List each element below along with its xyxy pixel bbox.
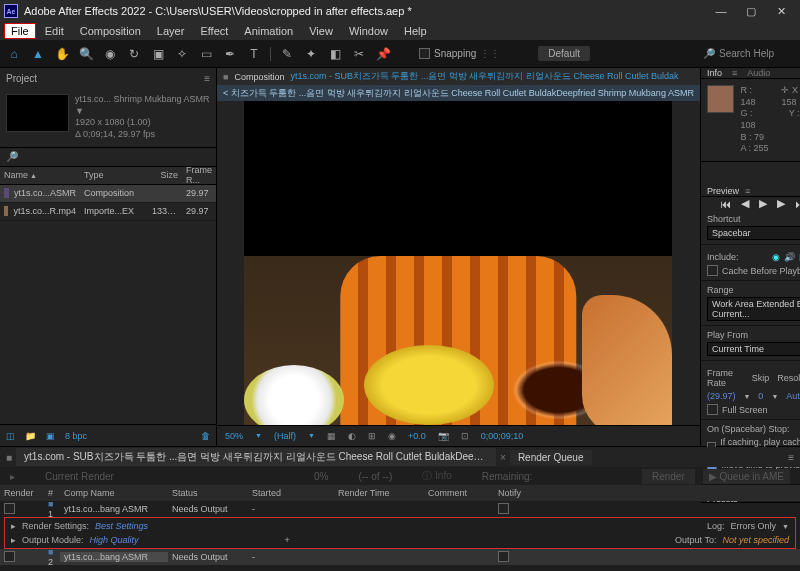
puppet-tool-icon[interactable]: 📌 [375, 46, 391, 62]
col-started[interactable]: Started [248, 488, 334, 498]
composition-viewport[interactable] [217, 101, 700, 425]
close-button[interactable]: ✕ [766, 2, 796, 20]
range-dropdown[interactable]: Work Area Extended By Current...▼ [707, 297, 800, 321]
notify-checkbox[interactable] [498, 551, 509, 562]
audio-include-icon[interactable]: 🔊 [784, 252, 795, 262]
menu-animation[interactable]: Animation [237, 23, 300, 39]
mask-icon[interactable]: ◐ [348, 431, 356, 441]
menu-file[interactable]: File [4, 23, 36, 39]
region-icon[interactable]: ⊡ [461, 431, 469, 441]
composition-thumbnail[interactable] [6, 94, 69, 132]
camera-tool-icon[interactable]: ▣ [150, 46, 166, 62]
fullscreen-checkbox[interactable] [707, 404, 718, 415]
col-type-header[interactable]: Type [80, 170, 148, 180]
prev-frame-icon[interactable]: ◀ [741, 197, 749, 210]
snapping-checkbox[interactable] [419, 48, 430, 59]
search-help-input[interactable]: Search Help [719, 48, 774, 59]
menu-composition[interactable]: Composition [73, 23, 148, 39]
cache-checkbox[interactable] [707, 265, 718, 276]
project-item-row[interactable]: yt1s.co...R.mp4 Importe...EX 133 MB 29.9… [0, 203, 216, 221]
zoom-dropdown[interactable]: 50% [225, 431, 243, 441]
render-queue-item[interactable]: ■ 2 yt1s.co...bang ASMR Needs Output - [0, 549, 800, 565]
menu-layer[interactable]: Layer [150, 23, 192, 39]
panel-menu-icon[interactable]: ≡ [788, 452, 794, 463]
text-tool-icon[interactable]: T [246, 46, 262, 62]
composition-tab[interactable]: yt1s.com - SUB치즈가득 두툼한 ...음면 먹방 새우튀김까지 리… [290, 70, 678, 83]
video-include-icon[interactable]: ◉ [772, 252, 780, 262]
resolution-dropdown[interactable]: Auto [786, 391, 800, 401]
col-status[interactable]: Status [168, 488, 248, 498]
trash-icon[interactable]: 🗑 [201, 431, 210, 441]
hand-tool-icon[interactable]: ✋ [54, 46, 70, 62]
exposure-value[interactable]: +0.0 [408, 431, 426, 441]
col-rendertime[interactable]: Render Time [334, 488, 424, 498]
anchor-tool-icon[interactable]: ✧ [174, 46, 190, 62]
output-to-link[interactable]: Not yet specified [722, 535, 789, 545]
shortcut-dropdown[interactable]: Spacebar▼ ⚙ [707, 226, 800, 240]
brush-tool-icon[interactable]: ✎ [279, 46, 295, 62]
timeline-comp-tab[interactable]: yt1s.com - SUB치즈가득 두툼한 ...음면 먹방 새우튀김까지 리… [16, 448, 496, 466]
project-search-input[interactable] [18, 149, 210, 164]
resolution-dropdown[interactable]: (Half) [274, 431, 296, 441]
orbit-tool-icon[interactable]: ◉ [102, 46, 118, 62]
render-settings-link[interactable]: Best Settings [95, 521, 148, 531]
composition-breadcrumb[interactable]: < 치즈가득 두툼한 ...음면 먹방 새우튀김까지 리얼사운드 Cheese … [217, 85, 700, 101]
snap-options-icon[interactable]: ⋮⋮ [480, 48, 500, 59]
col-comment[interactable]: Comment [424, 488, 494, 498]
last-frame-icon[interactable]: ⏭ [795, 198, 800, 210]
framerate-dropdown[interactable]: (29.97) [707, 391, 736, 401]
project-item-row[interactable]: yt1s.co...ASMR Composition 29.97 [0, 185, 216, 203]
col-name-header[interactable]: Name▲ [0, 170, 80, 180]
home-icon[interactable]: ⌂ [6, 46, 22, 62]
render-button[interactable]: Render [642, 469, 695, 484]
col-compname[interactable]: Comp Name [60, 488, 168, 498]
grid-icon[interactable]: ▦ [327, 431, 336, 441]
play-icon[interactable]: ▶ [759, 197, 767, 210]
eraser-tool-icon[interactable]: ◧ [327, 46, 343, 62]
col-num[interactable]: # [44, 488, 60, 498]
selection-tool-icon[interactable]: ▲ [30, 46, 46, 62]
current-time[interactable]: 0;00;09;10 [481, 431, 524, 441]
new-comp-icon[interactable]: ▣ [46, 431, 55, 441]
panel-menu-icon[interactable]: ≡ [204, 73, 210, 84]
col-render[interactable]: Render [0, 488, 44, 498]
guides-icon[interactable]: ⊞ [368, 431, 376, 441]
info-tab[interactable]: Info [707, 68, 722, 78]
skip-dropdown[interactable]: 0 [758, 391, 763, 401]
render-queue-tab[interactable]: Render Queue [510, 450, 592, 465]
next-frame-icon[interactable]: ▶ [777, 197, 785, 210]
menu-effect[interactable]: Effect [193, 23, 235, 39]
maximize-button[interactable]: ▢ [736, 2, 766, 20]
snapshot-icon[interactable]: 📷 [438, 431, 449, 441]
shape-tool-icon[interactable]: ▭ [198, 46, 214, 62]
col-size-header[interactable]: Size [148, 170, 182, 180]
add-output-icon[interactable]: + [285, 535, 290, 545]
menu-view[interactable]: View [302, 23, 340, 39]
channel-icon[interactable]: ◉ [388, 431, 396, 441]
interpret-footage-icon[interactable]: ◫ [6, 431, 15, 441]
pen-tool-icon[interactable]: ✒ [222, 46, 238, 62]
col-framerate-header[interactable]: Frame R... [182, 165, 216, 185]
panel-menu-icon[interactable]: ≡ [732, 68, 737, 78]
output-module-link[interactable]: High Quality [90, 535, 139, 545]
zoom-tool-icon[interactable]: 🔍 [78, 46, 94, 62]
info-button[interactable]: ⓘ Info [422, 469, 451, 483]
menu-edit[interactable]: Edit [38, 23, 71, 39]
render-checkbox[interactable] [4, 551, 15, 562]
render-queue-item[interactable]: ■ 1 yt1s.co...bang ASMR Needs Output - [0, 501, 800, 517]
workspace-default-button[interactable]: Default [538, 46, 590, 61]
new-folder-icon[interactable]: 📁 [25, 431, 36, 441]
render-checkbox[interactable] [4, 503, 15, 514]
queue-in-ame-button[interactable]: ▶ Queue in AME [703, 469, 790, 484]
audio-tab[interactable]: Audio [747, 68, 770, 78]
clone-tool-icon[interactable]: ✦ [303, 46, 319, 62]
menu-help[interactable]: Help [397, 23, 434, 39]
rotate-tool-icon[interactable]: ↻ [126, 46, 142, 62]
notify-checkbox[interactable] [498, 503, 509, 514]
menu-window[interactable]: Window [342, 23, 395, 39]
minimize-button[interactable]: — [706, 2, 736, 20]
bpc-button[interactable]: 8 bpc [65, 431, 87, 441]
roto-tool-icon[interactable]: ✂ [351, 46, 367, 62]
panel-menu-icon[interactable]: ≡ [745, 186, 750, 196]
chevron-down-icon[interactable]: ▼ [255, 432, 262, 439]
